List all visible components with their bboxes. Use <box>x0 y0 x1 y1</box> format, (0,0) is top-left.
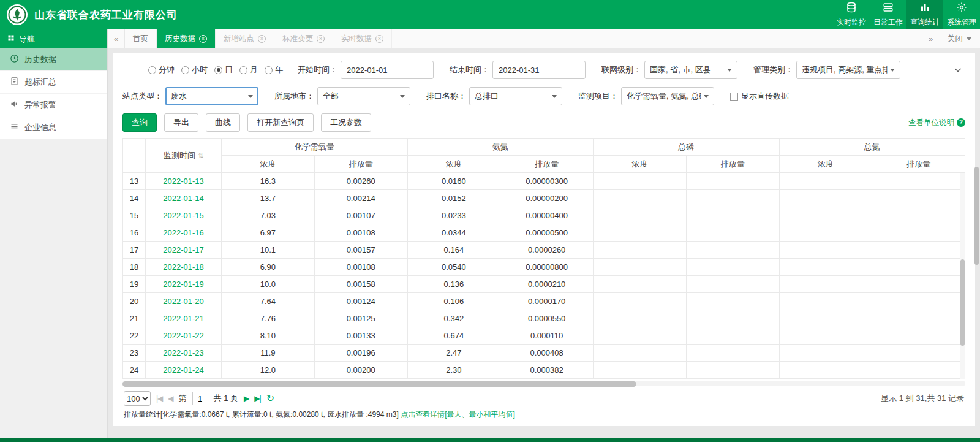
value-cell <box>872 259 965 276</box>
monitor-date-link[interactable]: 2022-01-24 <box>146 362 222 379</box>
city-select[interactable]: 全部 <box>317 87 410 105</box>
period-radio-group: 分钟 小时 日 月 <box>148 64 283 75</box>
database-icon <box>846 2 857 15</box>
page-number-input[interactable] <box>192 392 208 405</box>
sidebar-item-history-data[interactable]: 历史数据 <box>0 48 107 71</box>
page-size-select[interactable]: 100 <box>124 391 151 406</box>
monitor-date-link[interactable]: 2022-01-21 <box>146 310 222 327</box>
time-column-header[interactable]: 监测时间⇅ <box>146 139 222 173</box>
sidebar-item-exceed-summary[interactable]: 超标汇总 <box>0 71 107 94</box>
caret-down-icon <box>727 69 732 72</box>
radio-year[interactable]: 年 <box>265 64 283 75</box>
query-button[interactable]: 查询 <box>123 113 157 132</box>
unit-help-link[interactable]: 查看单位说明 ? <box>908 118 965 128</box>
export-button[interactable]: 导出 <box>164 113 198 132</box>
direct-data-checkbox[interactable] <box>730 93 738 101</box>
table-vertical-scrollbar-thumb[interactable] <box>960 259 965 346</box>
monitor-date-link[interactable]: 2022-01-15 <box>146 207 222 224</box>
monitor-date-link[interactable]: 2022-01-16 <box>146 224 222 242</box>
outlet-select[interactable]: 总排口 <box>469 87 562 105</box>
table-row[interactable]: 242022-01-2412.00.002002.300.000382 <box>123 362 965 379</box>
row-index: 16 <box>123 224 146 242</box>
first-page-button[interactable]: |◀ <box>156 394 162 403</box>
table-row[interactable]: 232022-01-2311.90.001962.470.000408 <box>123 345 965 362</box>
monitor-date-link[interactable]: 2022-01-17 <box>146 242 222 259</box>
table-row[interactable]: 202022-01-207.640.001240.1060.0000170 <box>123 293 965 310</box>
monitor-items-select[interactable]: 化学需氧量, 氨氮, 总磷, 总... <box>621 87 714 105</box>
tab-scroll-right-icon[interactable]: » <box>922 29 939 48</box>
topmenu-realtime-monitor[interactable]: 实时监控 <box>833 0 870 29</box>
view-detail-link[interactable]: 点击查看详情[最大、最小和平均值] <box>401 410 515 419</box>
value-cell: 0.000110 <box>500 327 594 345</box>
monitor-date-link[interactable]: 2022-01-18 <box>146 259 222 276</box>
value-cell <box>779 276 872 293</box>
topmenu-system-management[interactable]: 系统管理 <box>943 0 980 29</box>
table-row[interactable]: 152022-01-157.030.001070.02330.00000400 <box>123 207 965 224</box>
table-horizontal-scrollbar-thumb[interactable] <box>123 381 636 387</box>
sort-icon[interactable]: ⇅ <box>198 152 203 159</box>
manage-type-select[interactable]: 违规项目, 高架源, 重点排污 <box>796 61 900 79</box>
start-time-input[interactable] <box>341 61 434 79</box>
direct-data-checkbox-field[interactable]: 显示直传数据 <box>730 91 789 102</box>
sidebar-item-company-info[interactable]: 企业信息 <box>0 116 107 139</box>
table-row[interactable]: 172022-01-1710.10.001570.1640.0000260 <box>123 242 965 259</box>
value-cell <box>779 207 872 224</box>
page-label-suffix: 共 1 页 <box>214 393 238 404</box>
end-time-input[interactable] <box>492 61 586 79</box>
tab-new-station[interactable]: 新增站点 × <box>216 29 274 48</box>
tab-realtime-data[interactable]: 实时数据 × <box>333 29 392 48</box>
tab-standard-change[interactable]: 标准变更 × <box>274 29 333 48</box>
caret-down-icon <box>967 37 971 40</box>
tab-close-icon[interactable]: × <box>258 35 266 43</box>
collapse-filters-icon[interactable] <box>953 65 963 75</box>
value-cell <box>779 173 872 190</box>
table-horizontal-scrollbar[interactable] <box>123 381 965 386</box>
table-row[interactable]: 212022-01-217.760.001250.3420.0000550 <box>123 310 965 327</box>
group-header-phosphorus: 总磷 <box>594 139 780 156</box>
last-page-button[interactable]: ▶| <box>254 394 260 403</box>
tab-close-icon[interactable]: × <box>199 35 207 43</box>
close-tabs-menu[interactable]: 关闭 <box>939 29 980 48</box>
radio-hour[interactable]: 小时 <box>181 64 208 75</box>
table-row[interactable]: 192022-01-1910.00.001580.1360.0000210 <box>123 276 965 293</box>
monitor-date-link[interactable]: 2022-01-20 <box>146 293 222 310</box>
station-type-select[interactable]: 废水 <box>165 87 258 105</box>
sidebar-item-abnormal-alarm[interactable]: 异常报警 <box>0 94 107 116</box>
monitor-date-link[interactable]: 2022-01-23 <box>146 345 222 362</box>
table-row[interactable]: 182022-01-186.900.001080.05400.00000800 <box>123 259 965 276</box>
value-cell <box>594 224 687 242</box>
monitor-date-link[interactable]: 2022-01-22 <box>146 327 222 345</box>
refresh-icon[interactable]: ↻ <box>266 394 274 403</box>
tab-home[interactable]: 首页 <box>125 29 157 48</box>
tab-label: 历史数据 <box>165 34 195 44</box>
value-cell <box>779 310 872 327</box>
prev-page-button[interactable]: ◀ <box>168 394 173 403</box>
tab-scroll-left-icon[interactable]: « <box>108 29 125 48</box>
value-cell <box>779 362 872 379</box>
topmenu-query-statistics[interactable]: 查询统计 <box>907 0 943 29</box>
tab-close-icon[interactable]: × <box>375 35 383 43</box>
monitor-date-link[interactable]: 2022-01-19 <box>146 276 222 293</box>
tabbar: « 首页 历史数据 × 新增站点 × 标准变更 × 实时数据 × » <box>108 29 980 48</box>
radio-month[interactable]: 月 <box>239 64 258 75</box>
radio-day[interactable]: 日 <box>214 64 233 75</box>
row-number-header <box>123 139 146 173</box>
open-new-query-page-button[interactable]: 打开新查询页 <box>247 113 314 132</box>
tab-history-data[interactable]: 历史数据 × <box>157 29 216 48</box>
topmenu-daily-work[interactable]: 日常工作 <box>870 0 907 29</box>
value-cell <box>872 190 965 207</box>
curve-button[interactable]: 曲线 <box>206 113 240 132</box>
table-row[interactable]: 132022-01-1316.30.002600.01600.00000300 <box>123 173 965 190</box>
table-row[interactable]: 142022-01-1413.70.002140.01520.00000200 <box>123 190 965 207</box>
table-row[interactable]: 222022-01-228.100.001330.6740.000110 <box>123 327 965 345</box>
radio-minute[interactable]: 分钟 <box>148 64 175 75</box>
monitor-date-link[interactable]: 2022-01-14 <box>146 190 222 207</box>
table-row[interactable]: 162022-01-166.970.001080.03440.00000500 <box>123 224 965 242</box>
page-vertical-scrollbar-thumb[interactable] <box>974 167 979 265</box>
network-level-select[interactable]: 国家, 省, 市, 区县 <box>644 61 737 79</box>
condition-params-button[interactable]: 工况参数 <box>321 113 371 132</box>
monitor-date-link[interactable]: 2022-01-13 <box>146 173 222 190</box>
next-page-button[interactable]: ▶ <box>244 394 249 403</box>
tab-close-icon[interactable]: × <box>317 35 325 43</box>
table-vertical-scrollbar[interactable] <box>960 173 965 379</box>
